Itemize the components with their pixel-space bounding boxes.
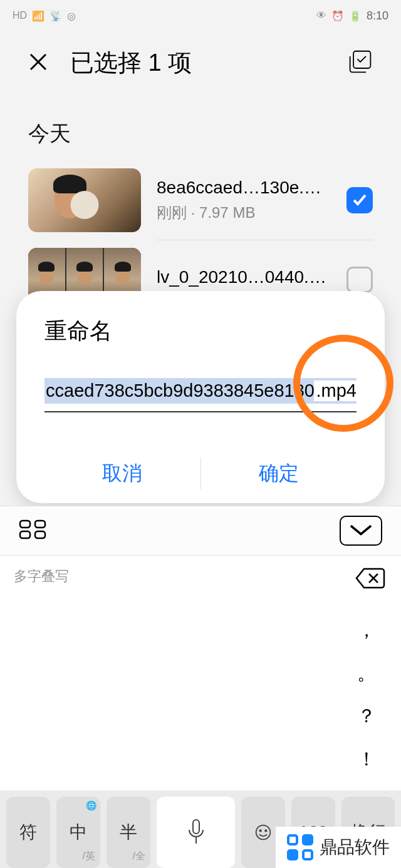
svg-point-12	[259, 830, 261, 832]
svg-point-13	[265, 830, 267, 832]
symbol-mode-key[interactable]: 符	[6, 797, 50, 868]
dialog-title: 重命名	[44, 316, 357, 347]
header-title: 已选择 1 项	[70, 47, 326, 79]
svg-rect-5	[20, 531, 30, 538]
svg-point-11	[256, 825, 271, 840]
hd-icon: HD	[13, 10, 27, 21]
symbol-key[interactable]: ！	[357, 747, 376, 772]
section-today: 今天	[0, 94, 401, 161]
nfc-icon: ◎	[67, 10, 76, 22]
svg-rect-6	[35, 531, 45, 538]
handwriting-hint: 多字叠写	[14, 567, 69, 586]
wifi-icon: 📡	[49, 10, 62, 22]
select-all-button[interactable]	[348, 49, 373, 77]
file-row[interactable]: 8ea6ccaed…130e.mp4 刚刚 · 7.97 MB	[0, 161, 401, 240]
keyboard-toolbar	[0, 506, 401, 556]
svg-rect-3	[20, 521, 30, 528]
symbol-key[interactable]: ？	[357, 703, 376, 729]
symbol-key[interactable]: ，	[357, 618, 376, 643]
watermark-icon	[287, 834, 313, 860]
file-checkbox[interactable]	[346, 187, 373, 213]
file-extension: .mp4	[314, 380, 357, 401]
svg-rect-9	[193, 820, 199, 834]
file-name: lv_0_20210…0440.mp4	[157, 267, 331, 287]
keyboard-menu-icon[interactable]	[19, 519, 46, 542]
rename-dialog: 重命名 .mp4 取消 确定	[16, 291, 385, 503]
signal-icon: 📶	[32, 10, 44, 22]
file-name: 8ea6ccaed…130e.mp4	[157, 178, 331, 198]
eye-icon: 👁	[316, 10, 326, 21]
watermark: 鼎品软件	[276, 827, 401, 868]
video-thumbnail	[28, 168, 141, 232]
language-key[interactable]: 中 /英 🌐	[56, 797, 100, 868]
collapse-keyboard-button[interactable]	[340, 516, 382, 546]
voice-input-key[interactable]	[157, 797, 235, 868]
close-button[interactable]	[28, 52, 48, 74]
selection-header: 已选择 1 项	[0, 31, 401, 94]
watermark-text: 鼎品软件	[320, 835, 390, 859]
width-key[interactable]: 半 /全	[107, 797, 150, 868]
file-checkbox[interactable]	[346, 267, 373, 293]
alarm-icon: ⏰	[331, 10, 344, 22]
cancel-button[interactable]: 取消	[44, 444, 200, 503]
file-meta: 刚刚 · 7.97 MB	[157, 203, 331, 223]
confirm-button[interactable]: 确定	[201, 444, 357, 503]
status-bar: HD 📶 📡 ◎ 👁 ⏰ 🔋 8:10	[0, 0, 401, 31]
battery-icon: 🔋	[349, 10, 362, 22]
rename-input[interactable]	[44, 378, 357, 404]
globe-icon: 🌐	[86, 800, 96, 810]
backspace-key[interactable]	[355, 567, 385, 590]
symbol-key[interactable]: 。	[357, 661, 376, 687]
handwriting-area[interactable]: 多字叠写 ， 。 ？ ！	[0, 556, 401, 790]
status-time: 8:10	[367, 9, 388, 23]
svg-rect-4	[35, 521, 45, 528]
